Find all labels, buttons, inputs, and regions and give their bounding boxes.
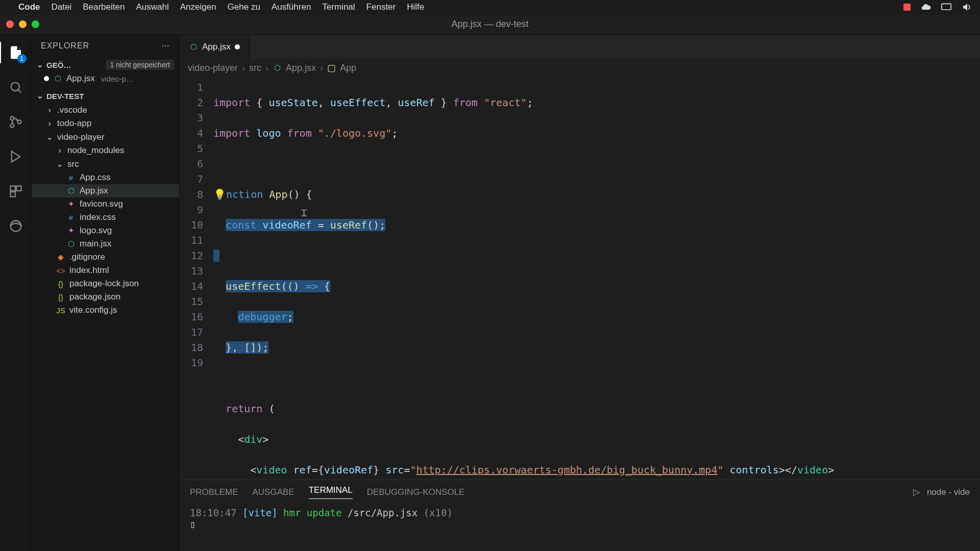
menubar-app[interactable]: Code (18, 2, 40, 12)
svg-point-1 (11, 83, 19, 91)
svg-rect-6 (16, 186, 21, 191)
status-indicator-icon[interactable] (903, 4, 911, 11)
activity-explorer-icon[interactable]: 1 (7, 44, 24, 61)
file-item[interactable]: ⬡main.jsx (32, 237, 179, 251)
menu-run[interactable]: Ausführen (272, 2, 311, 12)
svg-point-8 (10, 221, 21, 232)
folder-item[interactable]: ⌄src (32, 157, 179, 171)
folder-item[interactable]: ›node_modules (32, 144, 179, 157)
react-icon: ⬡ (53, 74, 62, 83)
tab-app-jsx[interactable]: ⬡ App.jsx (180, 35, 250, 59)
svg-rect-5 (10, 186, 15, 191)
breadcrumbs[interactable]: video-player› src› ⬡ App.jsx› ▢ App (180, 59, 980, 77)
window-minimize-icon[interactable] (19, 20, 27, 28)
cloud-icon[interactable] (921, 2, 931, 12)
activity-extensions-icon[interactable] (7, 183, 24, 200)
macos-menubar: Code Datei Bearbeiten Auswahl Anzeigen G… (0, 0, 980, 14)
svg-rect-0 (942, 4, 951, 10)
project-header[interactable]: ⌄ DEV-TEST (32, 89, 179, 103)
terminal-body[interactable]: 18:10:47 [vite] hmr update /src/App.jsx … (180, 499, 980, 551)
editor-tabs: ⬡ App.jsx (180, 35, 980, 59)
panel-tab-debug-console[interactable]: DEBUGGING-KONSOLE (367, 487, 465, 497)
folder-item[interactable]: ⌄video-player (32, 130, 179, 144)
file-item[interactable]: ✦favicon.svg (32, 197, 179, 211)
file-item[interactable]: ✦logo.svg (32, 224, 179, 237)
file-item[interactable]: JSvite.config.js (32, 304, 179, 317)
open-editors-header[interactable]: ⌄ GEÖ… 1 nicht gespeichert (32, 58, 179, 72)
panel-tab-terminal[interactable]: TERMINAL (309, 485, 353, 499)
window-close-icon[interactable] (6, 20, 14, 28)
explorer-sidebar: EXPLORER ⋯ ⌄ GEÖ… 1 nicht gespeichert ⬡ … (32, 35, 180, 551)
activity-scm-icon[interactable] (7, 113, 24, 131)
panel-tab-output[interactable]: AUSGABE (252, 487, 294, 497)
menu-edit[interactable]: Bearbeiten (83, 2, 125, 12)
terminal-profile-label[interactable]: node - vide (927, 487, 970, 497)
svg-rect-7 (10, 192, 15, 196)
folder-item[interactable]: ›todo-app (32, 117, 179, 130)
code-editor[interactable]: import { useState, useEffect, useRef } f… (209, 77, 980, 480)
file-item[interactable]: ◆.gitignore (32, 251, 179, 264)
svg-point-3 (10, 124, 14, 128)
activity-search-icon[interactable] (7, 79, 24, 96)
menu-window[interactable]: Fenster (366, 2, 396, 12)
volume-icon[interactable] (962, 3, 973, 11)
folder-item[interactable]: ›.vscode (32, 104, 179, 117)
file-item[interactable]: <>index.html (32, 264, 179, 277)
sidebar-title: EXPLORER (41, 41, 89, 51)
window-titlebar: App.jsx — dev-test (0, 14, 980, 35)
window-title: App.jsx — dev-test (451, 19, 528, 30)
menu-terminal[interactable]: Terminal (322, 2, 355, 12)
menu-view[interactable]: Anzeigen (180, 2, 216, 12)
unsaved-badge: 1 nicht gespeichert (106, 60, 174, 70)
file-item[interactable]: {}package-lock.json (32, 277, 179, 290)
menu-help[interactable]: Hilfe (407, 2, 424, 12)
sidebar-more-icon[interactable]: ⋯ (161, 41, 170, 51)
file-tree: ›.vscode›todo-app⌄video-player›node_modu… (32, 103, 179, 318)
open-editor-item[interactable]: ⬡ App.jsx video-p… (32, 72, 179, 85)
editor-area: ⬡ App.jsx video-player› src› ⬡ App.jsx› … (180, 35, 980, 551)
text-cursor-icon: Ꮖ (301, 206, 307, 221)
modified-dot-icon (235, 44, 240, 49)
window-maximize-icon[interactable] (32, 20, 39, 28)
activity-bar: 1 (0, 35, 32, 551)
display-icon[interactable] (941, 3, 951, 11)
panel-tab-problems[interactable]: PROBLEME (190, 487, 238, 497)
bottom-panel: PROBLEME AUSGABE TERMINAL DEBUGGING-KONS… (180, 480, 980, 551)
react-icon: ⬡ (189, 42, 198, 52)
menu-file[interactable]: Datei (52, 2, 72, 12)
activity-debug-icon[interactable] (7, 148, 24, 165)
react-icon: ⬡ (273, 63, 282, 72)
activity-edge-icon[interactable] (7, 217, 24, 235)
svg-point-2 (10, 117, 14, 120)
menu-selection[interactable]: Auswahl (136, 2, 168, 12)
menu-goto[interactable]: Gehe zu (228, 2, 260, 12)
modified-dot-icon (44, 76, 49, 81)
file-item[interactable]: #App.css (32, 171, 179, 184)
file-item[interactable]: #index.css (32, 211, 179, 224)
line-gutter: 12345678910111213141516171819 (180, 77, 209, 480)
explorer-badge: 1 (17, 54, 27, 63)
file-item[interactable]: ⬡App.jsx (32, 184, 179, 197)
symbol-icon: ▢ (327, 62, 336, 73)
terminal-launch-icon[interactable]: ▷ (913, 487, 920, 497)
file-item[interactable]: {}package.json (32, 290, 179, 304)
